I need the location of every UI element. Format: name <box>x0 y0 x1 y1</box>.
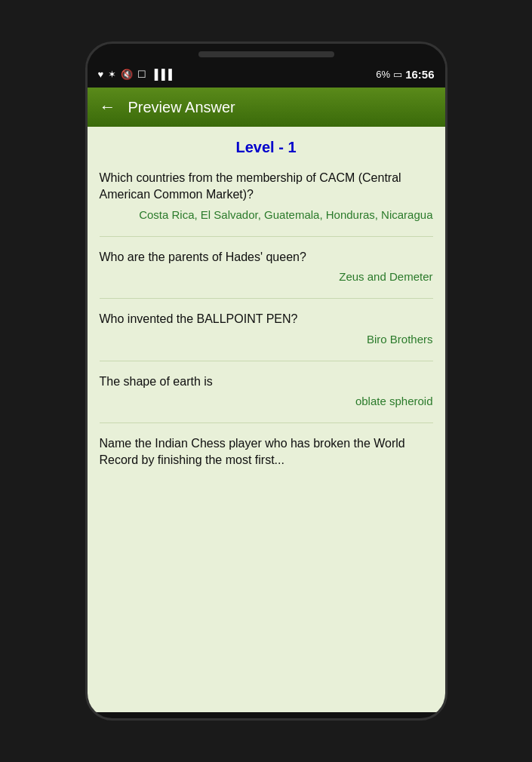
content-area: Level - 1 Which countries from the membe… <box>88 127 445 712</box>
back-button[interactable]: ← <box>100 97 116 117</box>
divider-3 <box>100 361 433 361</box>
answer-1: Costa Rica, El Salvador, Guatemala, Hond… <box>100 208 433 221</box>
phone-frame: ♥ ✶ 🔇 ☐ ▐▐▐ 6% ▭ 16:56 ← Preview Answer … <box>85 41 447 721</box>
carrier-icon: ☐ <box>137 69 146 80</box>
qa-block-4: The shape of earth is oblate spheroid <box>100 373 433 407</box>
signal-bars-icon: ▐▐▐ <box>151 69 172 80</box>
speaker <box>198 51 334 57</box>
status-bar: ♥ ✶ 🔇 ☐ ▐▐▐ 6% ▭ 16:56 <box>88 60 445 88</box>
status-right: 6% ▭ 16:56 <box>376 68 434 81</box>
divider-1 <box>100 236 433 237</box>
qa-block-3: Who invented the BALLPOINT PEN? Biro Bro… <box>100 311 433 345</box>
battery-percent: 6% <box>376 69 390 80</box>
answer-3: Biro Brothers <box>100 333 433 346</box>
question-5: Name the Indian Chess player who has bro… <box>100 435 433 469</box>
answer-4: oblate spheroid <box>100 395 433 407</box>
level-title: Level - 1 <box>100 139 433 156</box>
mute-icon: 🔇 <box>121 69 133 80</box>
question-2: Who are the parents of Hades' queen? <box>100 249 433 266</box>
divider-2 <box>100 298 433 299</box>
top-bar: ← Preview Answer <box>88 88 445 127</box>
divider-4 <box>100 422 433 423</box>
bluetooth-icon: ✶ <box>108 69 116 80</box>
answer-2: Zeus and Demeter <box>100 270 433 283</box>
question-4: The shape of earth is <box>100 373 433 390</box>
status-left: ♥ ✶ 🔇 ☐ ▐▐▐ <box>98 69 172 80</box>
usb-icon: ♥ <box>98 69 104 80</box>
time-display: 16:56 <box>405 68 434 81</box>
qa-block-2: Who are the parents of Hades' queen? Zeu… <box>100 249 433 283</box>
qa-block-5: Name the Indian Chess player who has bro… <box>100 435 433 469</box>
page-title: Preview Answer <box>128 99 235 116</box>
question-3: Who invented the BALLPOINT PEN? <box>100 311 433 327</box>
question-1: Which countries from the membership of C… <box>100 170 433 204</box>
battery-icon: ▭ <box>393 69 402 80</box>
qa-block-1: Which countries from the membership of C… <box>100 170 433 221</box>
